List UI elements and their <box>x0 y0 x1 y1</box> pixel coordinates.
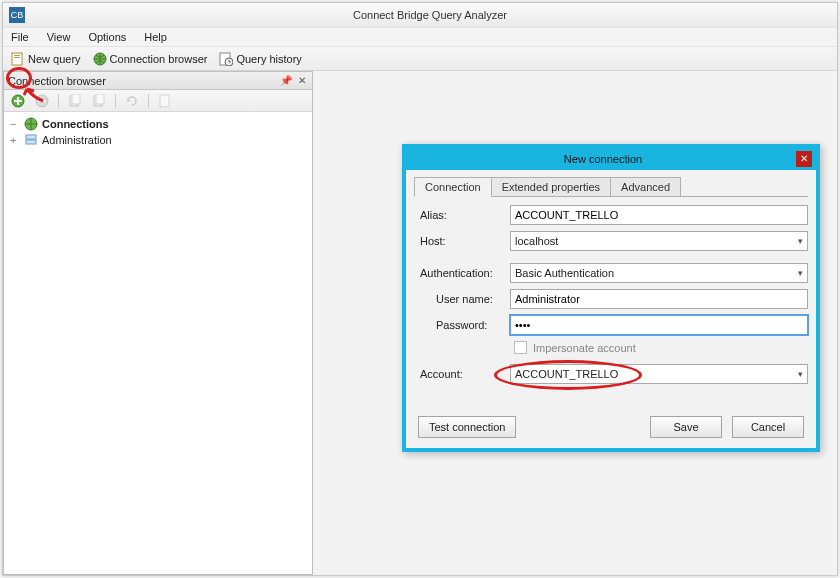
separator <box>148 94 149 108</box>
svg-rect-2 <box>14 57 20 58</box>
panel-toolbar <box>4 90 312 112</box>
copy-icon <box>92 94 106 108</box>
connection-browser-label: Connection browser <box>110 53 208 65</box>
chevron-down-icon: ▾ <box>798 369 803 379</box>
username-input[interactable] <box>510 289 808 309</box>
tab-extended-properties[interactable]: Extended properties <box>491 177 611 196</box>
expand-icon[interactable]: − <box>10 118 20 130</box>
username-label: User name: <box>414 293 510 305</box>
password-label: Password: <box>414 319 510 331</box>
connection-browser-panel: Connection browser 📌 ✕ <box>3 71 313 575</box>
svg-rect-11 <box>96 94 104 104</box>
svg-rect-12 <box>160 95 169 107</box>
tree-label-connections: Connections <box>42 118 109 130</box>
impersonate-checkbox[interactable] <box>514 341 527 354</box>
query-history-label: Query history <box>236 53 301 65</box>
server-icon <box>24 133 38 147</box>
svg-rect-14 <box>26 135 36 139</box>
history-icon <box>219 52 233 66</box>
tree-node-administration[interactable]: + Administration <box>10 132 306 148</box>
alias-label: Alias: <box>414 209 510 221</box>
expand-icon[interactable]: + <box>10 134 20 146</box>
plus-circle-icon <box>11 94 25 108</box>
pin-icon[interactable]: 📌 <box>280 75 292 87</box>
panel-title: Connection browser <box>8 75 106 87</box>
alias-input[interactable] <box>510 205 808 225</box>
dialog-tabs: Connection Extended properties Advanced <box>414 176 808 197</box>
dialog-close-button[interactable]: ✕ <box>796 151 812 167</box>
menu-help[interactable]: Help <box>140 29 171 45</box>
panel-tool-2[interactable] <box>89 92 109 110</box>
save-button[interactable]: Save <box>650 416 722 438</box>
impersonate-row: Impersonate account <box>514 341 808 354</box>
password-input[interactable] <box>510 315 808 335</box>
panel-tool-3[interactable] <box>122 92 142 110</box>
panel-header: Connection browser 📌 ✕ <box>4 72 312 90</box>
menu-bar: File View Options Help <box>3 27 837 47</box>
tree-label-administration: Administration <box>42 134 112 146</box>
svg-rect-0 <box>12 53 22 65</box>
dialog-body: Connection Extended properties Advanced … <box>406 170 816 448</box>
page-icon <box>158 94 172 108</box>
dialog-footer: Test connection Save Cancel <box>414 412 808 438</box>
authentication-label: Authentication: <box>414 267 510 279</box>
chevron-down-icon: ▾ <box>798 236 803 246</box>
panel-tool-4[interactable] <box>155 92 175 110</box>
menu-file[interactable]: File <box>7 29 33 45</box>
minus-circle-icon <box>35 94 49 108</box>
app-icon: CB <box>9 7 25 23</box>
window-title: Connect Bridge Query Analyzer <box>29 9 831 21</box>
tree-node-connections[interactable]: − Connections <box>10 116 306 132</box>
globe-icon <box>24 117 38 131</box>
account-select[interactable]: ACCOUNT_TRELLO ▾ <box>510 364 808 384</box>
host-select[interactable]: localhost ▾ <box>510 231 808 251</box>
svg-rect-15 <box>26 140 36 144</box>
menu-options[interactable]: Options <box>84 29 130 45</box>
remove-connection-button[interactable] <box>32 92 52 110</box>
svg-rect-9 <box>72 94 80 104</box>
titlebar: CB Connect Bridge Query Analyzer <box>3 3 837 27</box>
authentication-select[interactable]: Basic Authentication ▾ <box>510 263 808 283</box>
tab-connection[interactable]: Connection <box>414 177 492 197</box>
dialog-title: New connection <box>410 153 796 165</box>
main-toolbar: New query Connection browser Query histo… <box>3 47 837 71</box>
close-icon[interactable]: ✕ <box>296 75 308 87</box>
host-value: localhost <box>515 235 558 247</box>
cancel-button[interactable]: Cancel <box>732 416 804 438</box>
test-connection-button[interactable]: Test connection <box>418 416 516 438</box>
panel-tool-1[interactable] <box>65 92 85 110</box>
globe-icon <box>93 52 107 66</box>
host-label: Host: <box>414 235 510 247</box>
account-label: Account: <box>414 368 510 380</box>
add-connection-button[interactable] <box>8 92 28 110</box>
account-value: ACCOUNT_TRELLO <box>515 368 618 380</box>
svg-rect-1 <box>14 55 20 56</box>
query-history-button[interactable]: Query history <box>215 51 305 67</box>
separator <box>115 94 116 108</box>
refresh-icon <box>125 94 139 108</box>
separator <box>58 94 59 108</box>
new-query-label: New query <box>28 53 81 65</box>
new-query-button[interactable]: New query <box>7 51 85 67</box>
impersonate-label: Impersonate account <box>533 342 636 354</box>
tab-advanced[interactable]: Advanced <box>610 177 681 196</box>
menu-view[interactable]: View <box>43 29 75 45</box>
copy-icon <box>68 94 82 108</box>
connection-browser-button[interactable]: Connection browser <box>89 51 212 67</box>
new-connection-dialog: New connection ✕ Connection Extended pro… <box>402 144 820 452</box>
connection-tree: − Connections + Administration <box>4 112 312 574</box>
chevron-down-icon: ▾ <box>798 268 803 278</box>
dialog-titlebar[interactable]: New connection ✕ <box>406 148 816 170</box>
page-icon <box>11 52 25 66</box>
authentication-value: Basic Authentication <box>515 267 614 279</box>
